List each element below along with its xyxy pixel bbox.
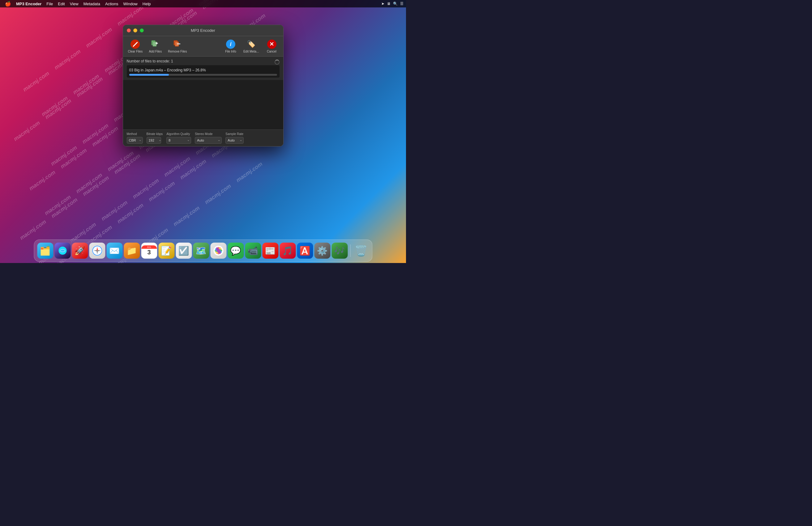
clear-files-button[interactable]: Clear Files — [126, 38, 145, 55]
file-info-button[interactable]: i File Info — [222, 38, 240, 55]
dock-item-launchpad[interactable]: 🚀 — [72, 243, 88, 259]
menubar-actions[interactable]: Actions — [103, 2, 121, 6]
remove-files-icon — [173, 39, 183, 49]
add-files-icon — [150, 39, 160, 49]
minimize-button[interactable] — [133, 28, 137, 32]
edit-metadata-label: Edit Meta... — [243, 50, 259, 53]
dock-item-safari[interactable] — [89, 243, 105, 259]
method-select[interactable]: CBR VBR ABR — [127, 137, 143, 144]
dock-item-maps[interactable]: 🗺️ — [193, 243, 209, 259]
edit-metadata-icon: 🏷️ — [246, 39, 256, 49]
apple-menu[interactable]: 🍎 — [2, 1, 14, 7]
clear-files-label: Clear Files — [128, 50, 143, 53]
dock-item-music[interactable]: 🎵 — [279, 243, 295, 259]
dock-item-siri[interactable] — [55, 243, 71, 259]
dock: 🗂️ 🚀 ✉️ 📁 JUL 3 📝 ☑️ 🗺️ — [34, 240, 372, 262]
menubar-file[interactable]: File — [44, 2, 55, 6]
bitrate-control: Bitrate kbps 128 192 256 320 — [147, 132, 163, 144]
cancel-label: Cancel — [267, 50, 276, 53]
menubar-help[interactable]: Help — [140, 2, 154, 6]
cancel-button[interactable]: ✕ Cancel — [263, 38, 281, 55]
sample-rate-control: Sample Rate Auto 44100 48000 — [226, 132, 244, 144]
menubar-view[interactable]: View — [68, 2, 81, 6]
menu-search-icon[interactable]: 🔍 — [393, 2, 398, 6]
edit-metadata-button[interactable]: 🏷️ Edit Meta... — [241, 38, 262, 55]
bottom-controls: Method CBR VBR ABR Bitrate kbps 128 192 … — [123, 130, 283, 146]
bitrate-select[interactable]: 128 192 256 320 — [147, 137, 161, 144]
quality-control: Algorithm Quality 8 5 3 0 — [166, 132, 191, 144]
menu-display-icon: 🖥 — [387, 2, 391, 6]
dock-item-messages[interactable]: 💬 — [228, 243, 244, 259]
quality-label: Algorithm Quality — [166, 132, 191, 136]
dock-item-photos[interactable] — [210, 243, 226, 259]
dock-item-reminders[interactable]: ☑️ — [176, 243, 192, 259]
info-circle-icon: i — [226, 40, 235, 49]
sample-rate-select[interactable]: Auto 44100 48000 — [226, 137, 244, 144]
menubar: 🍎 MP3 Encoder File Edit View Metadata Ac… — [0, 0, 406, 7]
dock-separator — [350, 244, 350, 257]
title-bar: MP3 Encoder — [123, 25, 283, 36]
svg-point-7 — [58, 246, 67, 255]
menu-list-icon[interactable]: ☰ — [400, 2, 404, 6]
dock-item-calendar[interactable]: JUL 3 — [141, 243, 157, 259]
stereo-select[interactable]: Auto Stereo Joint Stereo Mono — [195, 137, 222, 144]
current-file-name: 03 Big in Japan.m4a – Encoding MP3 – 26.… — [129, 68, 206, 72]
menubar-app-name[interactable]: MP3 Encoder — [14, 2, 44, 6]
file-count-text: Number of files to encode: 1 — [127, 59, 173, 63]
menu-right-arrow-icon: ➤ — [381, 2, 385, 6]
toolbar: Clear Files Add Files — [123, 36, 283, 57]
file-info-icon: i — [226, 39, 236, 49]
sample-rate-label: Sample Rate — [226, 132, 244, 136]
maximize-button[interactable] — [140, 28, 144, 32]
stereo-control: Stereo Mode Auto Stereo Joint Stereo Mon… — [195, 132, 222, 144]
traffic-lights — [127, 28, 144, 32]
window-title: MP3 Encoder — [191, 28, 215, 33]
dock-item-mp3encoder[interactable]: 🎶 — [332, 243, 348, 259]
remove-files-button[interactable]: Remove Files — [165, 38, 189, 55]
dock-item-stickies[interactable]: 📝 — [158, 243, 174, 259]
clear-files-icon — [130, 39, 140, 49]
dock-item-trash[interactable]: 🗑️ — [353, 243, 369, 259]
dock-item-notefile[interactable]: 📁 — [124, 243, 140, 259]
close-button[interactable] — [127, 28, 131, 32]
dock-item-finder[interactable]: 🗂️ — [37, 243, 53, 259]
file-info-label: File Info — [225, 50, 236, 53]
menubar-window[interactable]: Window — [121, 2, 140, 6]
bitrate-select-wrapper: 128 192 256 320 — [147, 137, 163, 144]
x-circle-icon: ✕ — [267, 40, 276, 49]
menubar-metadata[interactable]: Metadata — [81, 2, 103, 6]
tag-icon: 🏷️ — [246, 40, 256, 49]
app-window: MP3 Encoder Clear Files Add Files — [123, 25, 284, 147]
dock-item-mail[interactable]: ✉️ — [106, 243, 122, 259]
progress-area: Number of files to encode: 1 03 Big in J… — [123, 57, 283, 80]
method-select-wrapper: CBR VBR ABR — [127, 137, 143, 144]
dock-item-appstore[interactable]: 🅰️ — [297, 243, 313, 259]
svg-rect-1 — [153, 42, 157, 46]
sample-rate-select-wrapper: Auto 44100 48000 — [226, 137, 244, 144]
method-control: Method CBR VBR ABR — [127, 132, 143, 144]
dock-item-facetime[interactable]: 📹 — [245, 243, 261, 259]
file-list-area[interactable] — [123, 80, 283, 130]
quality-select-wrapper: 8 5 3 0 — [166, 137, 191, 144]
stereo-label: Stereo Mode — [195, 132, 222, 136]
bitrate-label: Bitrate kbps — [147, 132, 163, 136]
forbidden-icon — [130, 40, 140, 49]
menubar-edit[interactable]: Edit — [55, 2, 67, 6]
dock-item-news[interactable]: 📰 — [262, 243, 278, 259]
add-files-label: Add Files — [149, 50, 162, 53]
method-label: Method — [127, 132, 143, 136]
loading-spinner — [275, 60, 279, 64]
add-files-button[interactable]: Add Files — [146, 38, 164, 55]
progress-bar-fill — [129, 74, 169, 76]
remove-files-label: Remove Files — [168, 50, 187, 53]
cancel-icon: ✕ — [267, 39, 277, 49]
menubar-right-icons: ➤ 🖥 🔍 ☰ — [381, 2, 404, 6]
dock-item-syspref[interactable]: ⚙️ — [314, 243, 330, 259]
progress-bar — [129, 74, 277, 76]
quality-select[interactable]: 8 5 3 0 — [166, 137, 191, 144]
stereo-select-wrapper: Auto Stereo Joint Stereo Mono — [195, 137, 222, 144]
